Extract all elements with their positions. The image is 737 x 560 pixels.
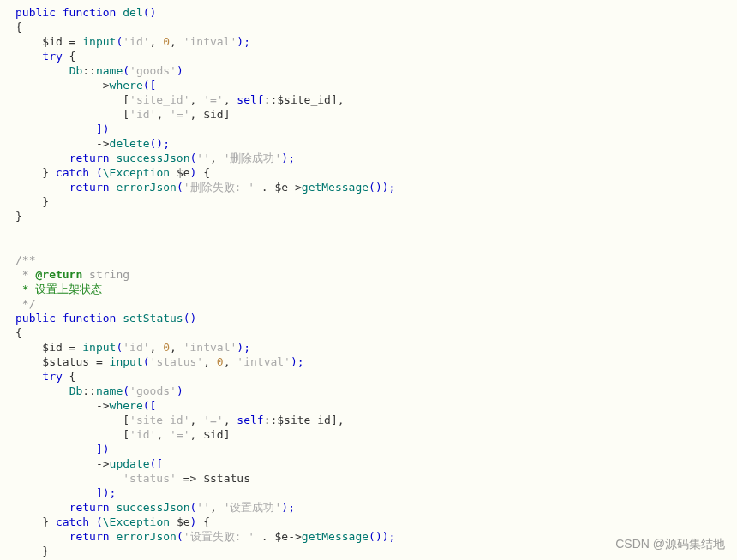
brace: { — [15, 21, 22, 33]
docblock-desc: * 设置上架状态 — [15, 283, 102, 295]
function-name: del — [123, 6, 142, 19]
fn-call: input — [82, 35, 116, 48]
watermark-text: CSDN @源码集结地 — [615, 537, 725, 551]
docblock-open: /** — [15, 253, 35, 266]
keyword-try: try — [42, 50, 62, 63]
variable: $id — [42, 35, 62, 48]
docblock-close: */ — [15, 297, 35, 310]
keyword-function: function — [63, 6, 117, 19]
code-block: public function del() { $id = input('id'… — [15, 5, 732, 560]
keyword-public: public — [15, 6, 56, 19]
parens: () — [143, 6, 157, 19]
function-name: setStatus — [123, 312, 183, 325]
